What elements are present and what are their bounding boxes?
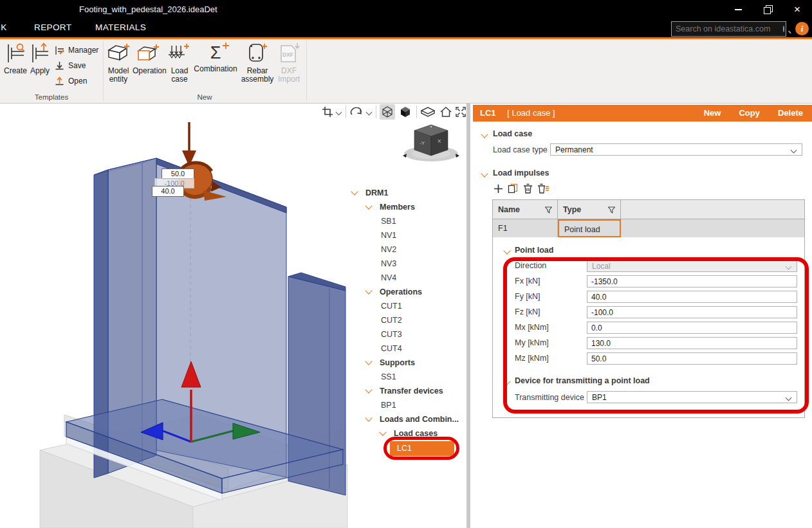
- search-input[interactable]: [672, 24, 783, 33]
- selected-item-name: LC1: [480, 108, 496, 118]
- orbit-dropdown[interactable]: [364, 104, 373, 120]
- filter-icon[interactable]: [545, 206, 552, 214]
- panel-divider[interactable]: [466, 103, 470, 528]
- chevron-down-icon[interactable]: [365, 358, 372, 365]
- chevron-down-icon[interactable]: [365, 287, 372, 294]
- impulse-row-type-cell[interactable]: Point load: [558, 219, 621, 237]
- home-view-button[interactable]: [438, 104, 454, 120]
- mz-label: Mz [kNm]: [515, 354, 549, 363]
- column-header-type[interactable]: Type: [558, 200, 621, 219]
- chevron-down-icon[interactable]: [351, 188, 358, 195]
- chevron-down-icon[interactable]: [481, 170, 488, 177]
- cube-face-x: X: [438, 138, 441, 144]
- svg-text:DXF: DXF: [282, 51, 293, 58]
- chevron-down-icon: [335, 109, 342, 115]
- section-view-button[interactable]: [420, 104, 436, 120]
- new-rebar-assembly-button[interactable]: Rebarassembly: [239, 42, 275, 84]
- chevron-down-icon[interactable]: [365, 202, 372, 209]
- tree-item-load-cases[interactable]: Load cases: [380, 427, 438, 440]
- solid-cube-icon: [398, 105, 412, 119]
- chevron-down-icon[interactable]: [365, 386, 372, 393]
- solid-view-button[interactable]: [398, 104, 413, 120]
- new-combination-button[interactable]: Σ Combination: [193, 42, 238, 73]
- add-impulse-button[interactable]: [494, 184, 503, 194]
- template-save-button[interactable]: Save: [54, 59, 98, 73]
- filter-icon[interactable]: [608, 206, 615, 214]
- tree-item-cut3[interactable]: CUT3: [381, 328, 402, 341]
- tree-item-operations[interactable]: Operations: [366, 286, 422, 298]
- tree-item-cut2[interactable]: CUT2: [381, 314, 402, 327]
- tab-materials[interactable]: MATERIALS: [95, 19, 146, 37]
- viewport-toolbar: [320, 104, 468, 120]
- load-case-type-label: Load case type: [493, 145, 548, 154]
- search-icon: [783, 26, 784, 32]
- tree-item-cut1[interactable]: CUT1: [381, 300, 402, 313]
- chevron-down-icon: [786, 395, 792, 401]
- chevron-down-icon: [791, 147, 797, 154]
- info-button[interactable]: i: [795, 22, 809, 35]
- close-button[interactable]: ×: [782, 0, 812, 19]
- transmitting-device-select[interactable]: BP1: [587, 391, 797, 403]
- mx-input[interactable]: [587, 322, 797, 334]
- tree-item-supports[interactable]: Supports: [366, 356, 415, 369]
- my-input[interactable]: [587, 337, 797, 349]
- search-box[interactable]: [671, 21, 786, 37]
- chevron-down-icon[interactable]: [481, 131, 488, 138]
- load-case-type-select[interactable]: Permanent: [550, 143, 802, 156]
- crop-icon: [321, 105, 334, 118]
- tree-item-lc1-selected[interactable]: LC1: [390, 441, 454, 456]
- section-box-icon: [420, 105, 436, 118]
- fx-input[interactable]: [587, 275, 797, 287]
- delete-all-impulses-button[interactable]: [537, 183, 549, 194]
- orbit-view-button[interactable]: [349, 104, 364, 120]
- new-model-entity-button[interactable]: Modelentity: [104, 42, 133, 84]
- mz-input[interactable]: [587, 352, 797, 365]
- new-load-case-header-button[interactable]: New: [704, 105, 721, 122]
- restore-button[interactable]: [753, 0, 782, 19]
- impulse-row-name-cell[interactable]: F1: [493, 219, 558, 237]
- tree-item-drm1[interactable]: DRM1: [352, 187, 388, 199]
- create-template-button[interactable]: Create: [3, 42, 28, 75]
- tree-item-nv2[interactable]: NV2: [381, 243, 396, 256]
- fz-label: Fz [kN]: [515, 307, 540, 316]
- crop-dropdown[interactable]: [334, 104, 343, 120]
- tree-item-transfer-devices[interactable]: Transfer devices: [366, 385, 443, 397]
- tree-item-ss1[interactable]: SS1: [381, 370, 396, 383]
- copy-impulse-button[interactable]: [508, 183, 519, 194]
- impulse-row-empty-cell[interactable]: [621, 219, 804, 237]
- tree-item-loads-and-combinations[interactable]: Loads and Combin...: [366, 413, 459, 426]
- wireframe-view-button[interactable]: [380, 104, 395, 120]
- tab-check[interactable]: CK: [0, 19, 7, 37]
- wireframe-cube-icon: [380, 105, 394, 119]
- new-load-case-button[interactable]: Loadcase: [166, 42, 193, 84]
- fz-input[interactable]: [587, 306, 797, 318]
- tab-report[interactable]: REPORT: [34, 19, 71, 37]
- fy-input[interactable]: [587, 291, 797, 303]
- load-case-icon: [167, 42, 192, 64]
- transmitting-device-label: Transmitting device: [515, 393, 584, 402]
- template-open-button[interactable]: Open: [54, 74, 98, 88]
- template-manager-button[interactable]: Manager: [54, 43, 98, 57]
- tree-item-cut4[interactable]: CUT4: [381, 342, 402, 355]
- model-entity-icon: [106, 42, 131, 64]
- ribbon: Create Apply Manager Save: [0, 39, 812, 104]
- tree-item-nv1[interactable]: NV1: [381, 229, 396, 242]
- new-operation-button[interactable]: Operation: [133, 42, 165, 75]
- apply-template-button[interactable]: Apply: [28, 42, 51, 75]
- chevron-down-icon[interactable]: [365, 414, 372, 421]
- rebar-assembly-icon: [245, 42, 270, 64]
- column-header-name[interactable]: Name: [493, 200, 558, 219]
- minimize-button[interactable]: [723, 0, 753, 19]
- tree-item-members[interactable]: Members: [366, 201, 415, 214]
- crop-view-button[interactable]: [320, 104, 335, 120]
- tree-item-nv4[interactable]: NV4: [381, 271, 396, 284]
- tree-item-sb1[interactable]: SB1: [381, 215, 396, 228]
- expand-icon: [454, 105, 467, 118]
- navigation-cube[interactable]: -Y X: [396, 120, 466, 166]
- copy-load-case-button[interactable]: Copy: [739, 105, 760, 122]
- tree-item-nv3[interactable]: NV3: [381, 257, 396, 270]
- delete-load-case-button[interactable]: Delete: [778, 105, 803, 122]
- tree-item-bp1[interactable]: BP1: [381, 399, 396, 412]
- chevron-down-icon[interactable]: [379, 428, 386, 435]
- delete-impulse-button[interactable]: [523, 183, 533, 194]
